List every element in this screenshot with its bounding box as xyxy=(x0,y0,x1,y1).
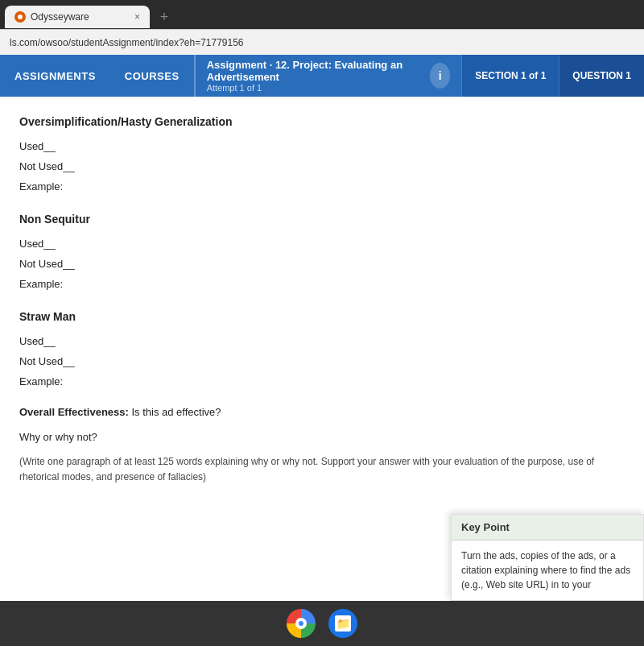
files-taskbar-icon[interactable] xyxy=(328,609,357,638)
files-icon-inner xyxy=(335,615,351,632)
example3-field: Example: xyxy=(19,374,625,391)
nav-assignments[interactable]: ASSIGNMENTS xyxy=(0,55,110,97)
key-point-header: Key Point xyxy=(452,515,643,540)
section-label: SECTION 1 of 1 xyxy=(475,70,546,81)
section-straw-man: Straw Man Used__ Not Used__ Example: xyxy=(19,308,625,391)
question-label: QUESTION 1 xyxy=(572,70,631,81)
tab-bar: Odysseyware × + xyxy=(0,0,644,29)
address-text: ls.com/owsoo/studentAssignment/index?eh=… xyxy=(10,37,244,48)
overall-label: Overall Effectiveness: xyxy=(19,406,129,418)
chrome-inner-icon xyxy=(295,618,307,629)
courses-label: COURSES xyxy=(125,70,180,82)
key-point-panel: Key Point Turn the ads, copies of the ad… xyxy=(451,514,644,601)
nav-courses[interactable]: COURSES xyxy=(110,55,194,97)
section3-heading: Straw Man xyxy=(19,308,625,325)
nav-question: QUESTION 1 xyxy=(559,55,644,97)
assignment-text: Assignment · 12. Project: Evaluating an … xyxy=(207,59,420,93)
section1-heading: Oversimplification/Hasty Generalization xyxy=(19,113,625,130)
assignments-label: ASSIGNMENTS xyxy=(14,70,96,82)
assignment-attempt: Attempt 1 of 1 xyxy=(207,83,420,93)
browser-chrome: Odysseyware × + ls.com/owsoo/studentAssi… xyxy=(0,0,644,55)
tab-label: Odysseyware xyxy=(31,11,130,23)
not-used2-field: Not Used__ xyxy=(19,256,625,273)
assignment-title: Assignment · 12. Project: Evaluating an … xyxy=(207,59,420,83)
overall-question: Is this ad effective? xyxy=(129,406,221,418)
chrome-taskbar-icon[interactable] xyxy=(287,609,316,638)
section-overall: Overall Effectiveness: Is this ad effect… xyxy=(19,404,625,485)
instructions-text: (Write one paragraph of at least 125 wor… xyxy=(19,454,625,485)
example2-field: Example: xyxy=(19,276,625,293)
app-content: ASSIGNMENTS COURSES Assignment · 12. Pro… xyxy=(0,55,644,646)
why-label: Why or why not? xyxy=(19,429,625,446)
main-content: Oversimplification/Hasty Generalization … xyxy=(0,97,644,601)
address-bar[interactable]: ls.com/owsoo/studentAssignment/index?eh=… xyxy=(0,29,644,55)
tab-close-button[interactable]: × xyxy=(134,11,140,23)
section-oversimplification: Oversimplification/Hasty Generalization … xyxy=(19,113,625,196)
nav-assignment-info: Assignment · 12. Project: Evaluating an … xyxy=(194,55,462,97)
used3-field: Used__ xyxy=(19,333,625,350)
taskbar xyxy=(0,601,644,646)
used2-field: Used__ xyxy=(19,236,625,253)
not-used3-field: Not Used__ xyxy=(19,354,625,371)
used1-field: Used__ xyxy=(19,139,625,155)
key-point-body: Turn the ads, copies of the ads, or a ci… xyxy=(452,540,643,600)
top-nav: ASSIGNMENTS COURSES Assignment · 12. Pro… xyxy=(0,55,644,97)
new-tab-button[interactable]: + xyxy=(153,6,175,28)
section2-heading: Non Sequitur xyxy=(19,210,625,228)
example1-field: Example: xyxy=(19,179,625,196)
info-button[interactable]: i xyxy=(430,63,450,89)
overall-effectiveness-line: Overall Effectiveness: Is this ad effect… xyxy=(19,404,625,421)
browser-tab[interactable]: Odysseyware × xyxy=(5,6,150,28)
section-non-sequitur: Non Sequitur Used__ Not Used__ Example: xyxy=(19,210,625,293)
chrome-dot xyxy=(299,621,303,626)
not-used1-field: Not Used__ xyxy=(19,159,625,176)
nav-section: SECTION 1 of 1 xyxy=(461,55,559,97)
tab-favicon xyxy=(14,11,26,23)
